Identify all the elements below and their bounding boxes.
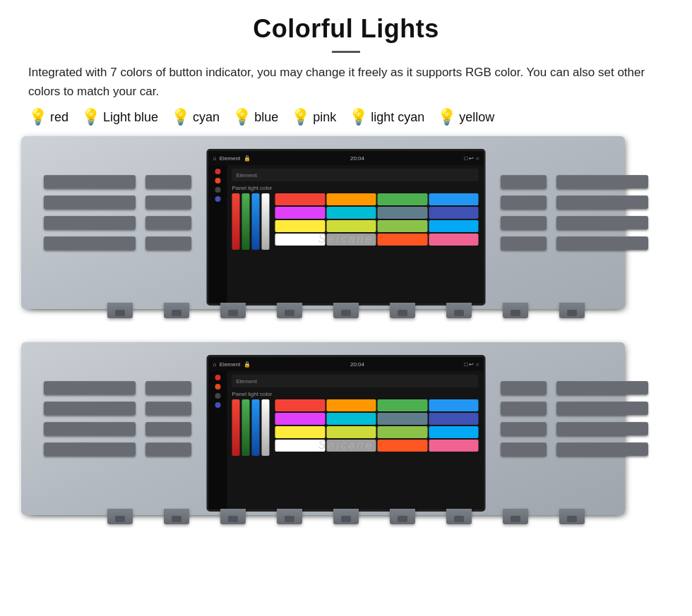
swatch [326,413,376,425]
head-unit-screen-1: ⌂ Element 🔒 20:04 □ ↩ ○ [207,149,486,306]
bracket-hole [115,310,125,316]
vent-slot [556,236,648,250]
color-label-yellow: yellow [459,110,494,125]
bracket-hole [567,516,577,522]
vent-slot [501,175,547,188]
vent-slot [44,442,136,456]
vents-left [44,175,191,250]
color-item-red: 💡 red [28,109,68,125]
unit-2-wrapper: ⌂ Element 🔒 20:04 □ ↩ ○ Element [21,342,671,524]
color-label-light-cyan: light cyan [371,110,424,125]
color-bar-blue-2 [252,399,260,456]
color-item-blue: 💡 blue [232,109,278,125]
vents-right [501,175,648,250]
swatch [326,440,376,452]
swatch [275,440,326,452]
vent-col-2-r2 [556,381,648,456]
vent-slot [501,236,547,250]
bracket-hole [285,310,294,316]
color-item-light-blue: 💡 Light blue [81,109,158,125]
nav-dot-2-2 [215,384,221,389]
vent-slot [44,422,136,435]
vent-col-2 [145,175,191,250]
swatch [275,426,326,438]
bracket-hole [511,516,520,522]
nav-dot-2-1 [215,375,221,380]
swatch [429,399,479,411]
mount-bracket [390,303,415,318]
statusbar-left: ⌂ Element 🔒 [213,155,251,162]
swatch [378,399,428,411]
vent-slot [556,401,648,415]
swatches-row-2-2 [275,426,479,452]
vent-slot [44,195,136,209]
title-divider [332,51,360,53]
vents-left-2 [44,381,191,456]
color-label-cyan: cyan [193,110,220,125]
swatch [326,193,376,205]
mount-bracket [277,509,302,524]
head-unit-screen-2: ⌂ Element 🔒 20:04 □ ↩ ○ Element [207,355,486,512]
statusbar-right-2: □ ↩ ○ [464,361,479,368]
vent-col-r1 [501,175,547,250]
swatches-row-2-1 [275,399,479,425]
vent-slot [556,381,648,394]
bulb-icon-yellow: 💡 [437,109,456,125]
vent-slot [44,216,136,229]
bracket-hole [341,516,351,522]
screen-statusbar-2: ⌂ Element 🔒 20:04 □ ↩ ○ [209,357,484,371]
head-unit-2: ⌂ Element 🔒 20:04 □ ↩ ○ Element [21,342,671,524]
color-label-blue: blue [254,110,278,125]
section-gap [21,330,671,342]
swatch [275,399,326,411]
color-bar-red-2 [232,399,240,456]
swatch [275,234,326,246]
bracket-hole [454,516,464,522]
swatches-row-2 [275,220,479,246]
screen-main-2: Element Panel light color [227,371,484,509]
swatch [378,220,428,232]
nav-dot-4 [215,196,221,202]
vent-col-2-r1 [501,381,547,456]
swatch [378,426,428,438]
screen-nav [209,165,227,303]
topbar-label: Element [237,172,257,179]
vent-slot [44,175,136,188]
color-bar-white [262,193,270,250]
mount-bracket [503,509,528,524]
vent-slot [501,195,547,209]
statusbar-time-2: 20:04 [350,361,364,368]
bracket-hole [228,516,238,522]
panel-title: Panel light color [232,185,479,191]
swatch [275,193,326,205]
bulb-icon-cyan: 💡 [171,109,190,125]
color-swatches [275,193,479,300]
bracket-hole [567,310,577,316]
bulb-icon-light-cyan: 💡 [349,109,368,125]
nav-dot-3 [215,187,221,193]
vents-right-2 [501,381,648,456]
bracket-hole [511,310,520,316]
unit-1-wrapper: ⌂ Element 🔒 20:04 □ ↩ ○ [21,136,671,318]
title-section: Colorful Lights [21,14,671,53]
mount-bracket [446,509,472,524]
vent-slot [145,381,191,394]
vent-slot [501,401,547,415]
bracket-hole [341,310,351,316]
color-label-light-blue: Light blue [103,110,158,125]
vent-slot [556,175,648,188]
vent-slot [501,422,547,435]
mount-bracket [333,303,359,318]
bulb-icon-light-blue: 💡 [81,109,100,125]
nav-dot-2 [215,178,221,183]
mount-bracket [220,509,246,524]
page-container: Colorful Lights Integrated with 7 colors… [0,0,692,552]
topbar-label-2: Element [237,378,257,385]
color-bar-blue [252,193,260,250]
bracket-hole [398,516,407,522]
statusbar-time: 20:04 [350,155,364,162]
statusbar-left-2: ⌂ Element 🔒 [213,361,251,368]
vent-col-r2 [556,175,648,250]
swatch [429,207,479,219]
swatch [378,440,428,452]
